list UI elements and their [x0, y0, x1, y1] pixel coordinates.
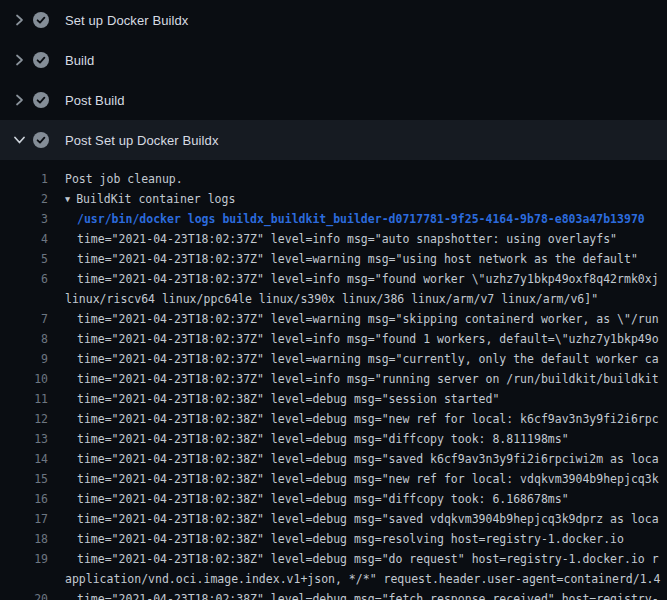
line-number[interactable]: 7 — [0, 309, 48, 329]
log-row: 13time="2021-04-23T18:02:38Z" level=debu… — [0, 429, 667, 449]
line-number[interactable]: 13 — [0, 429, 48, 449]
log-row: 16time="2021-04-23T18:02:38Z" level=debu… — [0, 489, 667, 509]
step-header-post-set-up-docker-buildx[interactable]: Post Set up Docker Buildx — [0, 120, 667, 160]
log-row: 15time="2021-04-23T18:02:38Z" level=debu… — [0, 469, 667, 489]
step-label: Build — [65, 53, 94, 68]
log-text: time="2021-04-23T18:02:37Z" level=warnin… — [77, 349, 659, 369]
log-row: 19time="2021-04-23T18:02:38Z" level=debu… — [0, 549, 667, 569]
log-text: time="2021-04-23T18:02:37Z" level=warnin… — [77, 249, 638, 269]
log-text: time="2021-04-23T18:02:37Z" level=warnin… — [77, 309, 659, 329]
group-caret-icon: ▼ — [65, 189, 70, 209]
step-header-post-build[interactable]: Post Build — [0, 80, 667, 120]
line-number — [0, 569, 48, 589]
log-row: 10time="2021-04-23T18:02:37Z" level=info… — [0, 369, 667, 389]
line-number[interactable]: 19 — [0, 549, 48, 569]
log-text: time="2021-04-23T18:02:38Z" level=debug … — [77, 449, 659, 469]
log-text: time="2021-04-23T18:02:37Z" level=info m… — [77, 329, 659, 349]
log-text: time="2021-04-23T18:02:37Z" level=info m… — [77, 229, 617, 249]
line-number[interactable]: 20 — [0, 589, 48, 600]
line-number[interactable]: 1 — [0, 169, 48, 189]
line-number[interactable]: 14 — [0, 449, 48, 469]
log-row: 17time="2021-04-23T18:02:38Z" level=debu… — [0, 509, 667, 529]
log-text: application/vnd.oci.image.index.v1+json,… — [65, 569, 660, 589]
line-number[interactable]: 17 — [0, 509, 48, 529]
line-number — [0, 289, 48, 309]
log-text: Post job cleanup. — [65, 169, 183, 189]
line-number[interactable]: 9 — [0, 349, 48, 369]
log-row: 5time="2021-04-23T18:02:37Z" level=warni… — [0, 249, 667, 269]
step-label: Post Set up Docker Buildx — [65, 133, 219, 148]
log-row: 7time="2021-04-23T18:02:37Z" level=warni… — [0, 309, 667, 329]
log-text: time="2021-04-23T18:02:38Z" level=debug … — [77, 429, 569, 449]
log-text: time="2021-04-23T18:02:38Z" level=debug … — [77, 509, 659, 529]
log-row: 9time="2021-04-23T18:02:37Z" level=warni… — [0, 349, 667, 369]
log-row: 20time="2021-04-23T18:02:38Z" level=debu… — [0, 589, 667, 600]
log-text: time="2021-04-23T18:02:37Z" level=info m… — [77, 369, 659, 389]
log-text: linux/riscv64 linux/ppc64le linux/s390x … — [65, 289, 598, 309]
log-row: 4time="2021-04-23T18:02:37Z" level=info … — [0, 229, 667, 249]
log-row: 18time="2021-04-23T18:02:38Z" level=debu… — [0, 529, 667, 549]
log-row: application/vnd.oci.image.index.v1+json,… — [0, 569, 667, 589]
check-circle-icon — [33, 52, 49, 68]
line-number[interactable]: 6 — [0, 269, 48, 289]
log-text: time="2021-04-23T18:02:38Z" level=debug … — [77, 589, 659, 600]
line-number[interactable]: 18 — [0, 529, 48, 549]
log-text: time="2021-04-23T18:02:38Z" level=debug … — [77, 469, 659, 489]
log-row: 8time="2021-04-23T18:02:37Z" level=info … — [0, 329, 667, 349]
check-circle-icon — [33, 12, 49, 28]
line-number[interactable]: 15 — [0, 469, 48, 489]
log-text: time="2021-04-23T18:02:37Z" level=info m… — [77, 269, 659, 289]
log-group-toggle[interactable]: ▼BuildKit container logs — [65, 189, 235, 209]
step-header-build[interactable]: Build — [0, 40, 667, 80]
line-number[interactable]: 16 — [0, 489, 48, 509]
step-label: Set up Docker Buildx — [65, 13, 188, 28]
log-row: 11time="2021-04-23T18:02:38Z" level=debu… — [0, 389, 667, 409]
log-row: 6time="2021-04-23T18:02:37Z" level=info … — [0, 269, 667, 289]
chevron-right-icon — [13, 14, 25, 26]
line-number[interactable]: 12 — [0, 409, 48, 429]
log-text: time="2021-04-23T18:02:38Z" level=debug … — [77, 529, 624, 549]
steps-list: Set up Docker BuildxBuildPost BuildPost … — [0, 0, 667, 160]
line-number[interactable]: 2 — [0, 189, 48, 209]
line-number[interactable]: 5 — [0, 249, 48, 269]
log-row: 1Post job cleanup. — [0, 169, 667, 189]
log-row: 3/usr/bin/docker logs buildx_buildkit_bu… — [0, 209, 667, 229]
log-row: linux/riscv64 linux/ppc64le linux/s390x … — [0, 289, 667, 309]
log-text: time="2021-04-23T18:02:38Z" level=debug … — [77, 409, 659, 429]
chevron-right-icon — [13, 54, 25, 66]
log-text: time="2021-04-23T18:02:38Z" level=debug … — [77, 389, 499, 409]
log-row: 12time="2021-04-23T18:02:38Z" level=debu… — [0, 409, 667, 429]
line-number[interactable]: 8 — [0, 329, 48, 349]
log-viewer: 1Post job cleanup.2▼BuildKit container l… — [0, 160, 667, 600]
check-circle-icon — [33, 92, 49, 108]
group-title: BuildKit container logs — [76, 192, 235, 206]
log-text: time="2021-04-23T18:02:38Z" level=debug … — [77, 549, 659, 569]
check-circle-icon — [33, 132, 49, 148]
line-number[interactable]: 10 — [0, 369, 48, 389]
line-number[interactable]: 11 — [0, 389, 48, 409]
step-label: Post Build — [65, 93, 125, 108]
command-text: /usr/bin/docker logs buildx_buildkit_bui… — [77, 209, 645, 229]
line-number[interactable]: 3 — [0, 209, 48, 229]
log-row: 14time="2021-04-23T18:02:38Z" level=debu… — [0, 449, 667, 469]
chevron-right-icon — [13, 94, 25, 106]
log-text: time="2021-04-23T18:02:38Z" level=debug … — [77, 489, 569, 509]
log-row: 2▼BuildKit container logs — [0, 189, 667, 209]
line-number[interactable]: 4 — [0, 229, 48, 249]
step-header-set-up-docker-buildx[interactable]: Set up Docker Buildx — [0, 0, 667, 40]
chevron-down-icon — [13, 134, 25, 146]
